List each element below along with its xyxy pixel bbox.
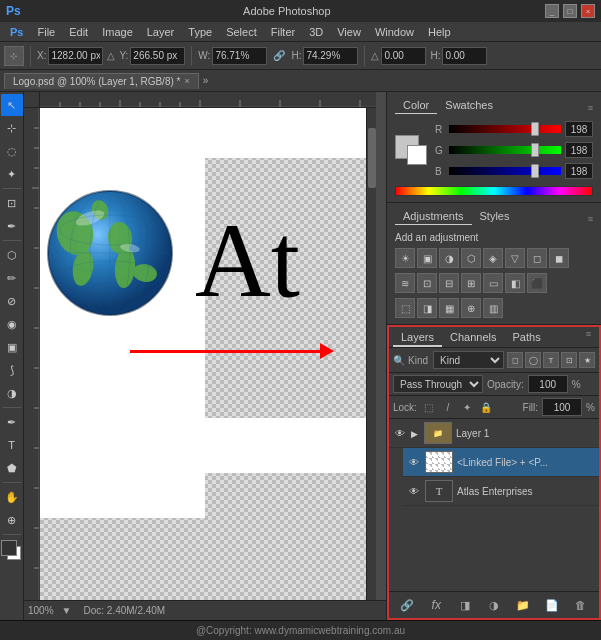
gradient-tool-button[interactable]: ⟆ xyxy=(1,359,23,381)
layer1-eye-icon[interactable]: 👁 xyxy=(393,426,407,440)
atlas-eye-icon[interactable]: 👁 xyxy=(407,484,421,498)
crop-tool-button[interactable]: ⊡ xyxy=(1,192,23,214)
layer1-triangle[interactable]: ▶ xyxy=(411,427,418,439)
menu-edit[interactable]: Edit xyxy=(63,24,94,40)
adjustment-button[interactable]: ◑ xyxy=(484,595,504,615)
adj-gradient-map-icon[interactable]: ▭ xyxy=(483,273,503,293)
close-button[interactable]: × xyxy=(581,4,595,18)
r-slider[interactable] xyxy=(449,125,561,133)
hskew-input[interactable] xyxy=(442,47,487,65)
styles-tab[interactable]: Styles xyxy=(472,208,518,225)
b-slider[interactable] xyxy=(449,167,561,175)
linked-eye-icon[interactable]: 👁 xyxy=(407,455,421,469)
adj-colorbal-icon[interactable]: ◻ xyxy=(527,248,547,268)
lasso-tool-button[interactable]: ◌ xyxy=(1,140,23,162)
layer-item-layer1[interactable]: 👁 ▶ 📁 Layer 1 xyxy=(389,419,599,448)
g-slider[interactable] xyxy=(449,146,561,154)
menu-type[interactable]: Type xyxy=(182,24,218,40)
adj-panel-arrow[interactable]: ≡ xyxy=(588,214,593,224)
color-spectrum-bar[interactable] xyxy=(395,186,593,196)
eyedropper-tool-button[interactable]: ✒ xyxy=(1,215,23,237)
menu-layer[interactable]: Layer xyxy=(141,24,181,40)
stamp-tool-button[interactable]: ⊘ xyxy=(1,290,23,312)
foreground-swatch[interactable] xyxy=(1,540,17,556)
swatches-tab[interactable]: Swatches xyxy=(437,97,501,114)
adj-icon11[interactable]: ▦ xyxy=(439,298,459,318)
r-value[interactable]: 198 xyxy=(565,121,593,137)
b-value[interactable]: 198 xyxy=(565,163,593,179)
new-layer-button[interactable]: 📄 xyxy=(542,595,562,615)
adj-icon13[interactable]: ▥ xyxy=(483,298,503,318)
type-tool-button[interactable]: T xyxy=(1,434,23,456)
adj-bw-icon[interactable]: ◼ xyxy=(549,248,569,268)
adj-vibrance-icon[interactable]: ▽ xyxy=(505,248,525,268)
menu-file[interactable]: File xyxy=(31,24,61,40)
adjustments-tab[interactable]: Adjustments xyxy=(395,208,472,225)
layer-item-linked[interactable]: 👁 <Linked File> + <P... xyxy=(403,448,599,477)
kind-select[interactable]: Kind xyxy=(433,351,504,369)
canvas-vscroll-thumb[interactable] xyxy=(368,128,376,188)
w-input[interactable] xyxy=(212,47,267,65)
adj-brightness-icon[interactable]: ☀ xyxy=(395,248,415,268)
color-tab[interactable]: Color xyxy=(395,97,437,114)
lock-all-icon[interactable]: 🔒 xyxy=(478,399,494,415)
blend-mode-select[interactable]: Pass Through Normal Multiply Screen Over… xyxy=(393,375,483,393)
menu-view[interactable]: View xyxy=(331,24,367,40)
pen-tool-button[interactable]: ✒ xyxy=(1,411,23,433)
layers-list[interactable]: 👁 ▶ 📁 Layer 1 👁 <Linked File> + <P.. xyxy=(389,419,599,591)
color-panel-arrow[interactable]: ≡ xyxy=(588,103,593,113)
adj-posterize-icon[interactable]: ⊟ xyxy=(439,273,459,293)
h-input[interactable] xyxy=(303,47,358,65)
menu-filter[interactable]: Filter xyxy=(265,24,301,40)
adj-icon12[interactable]: ⊕ xyxy=(461,298,481,318)
document-tab[interactable]: Logo.psd @ 100% (Layer 1, RGB/8) * × xyxy=(4,73,199,89)
document-canvas[interactable]: At xyxy=(40,108,376,610)
adj-channel-icon[interactable]: ≋ xyxy=(395,273,415,293)
maximize-button[interactable]: □ xyxy=(563,4,577,18)
adj-levels-icon[interactable]: ▣ xyxy=(417,248,437,268)
fg-bg-swatch[interactable] xyxy=(1,540,23,566)
hand-tool-button[interactable]: ✋ xyxy=(1,486,23,508)
g-slider-thumb[interactable] xyxy=(531,143,539,157)
minimize-button[interactable]: _ xyxy=(545,4,559,18)
tab-close-button[interactable]: × xyxy=(184,76,189,86)
adj-curves-icon[interactable]: ◑ xyxy=(439,248,459,268)
filter-pixel-icon[interactable]: ◻ xyxy=(507,352,523,368)
paths-tab[interactable]: Paths xyxy=(505,329,549,347)
fill-input[interactable] xyxy=(542,398,582,416)
adj-hue-icon[interactable]: ◈ xyxy=(483,248,503,268)
menu-ps[interactable]: Ps xyxy=(4,24,29,40)
x-input[interactable] xyxy=(48,47,103,65)
y-input[interactable] xyxy=(130,47,185,65)
move-tool-button[interactable]: ↖ xyxy=(1,94,23,116)
filter-smart-icon[interactable]: ★ xyxy=(579,352,595,368)
adj-icon9[interactable]: ⬚ xyxy=(395,298,415,318)
lock-paint-icon[interactable]: / xyxy=(440,399,456,415)
marquee-tool-button[interactable]: ⊹ xyxy=(1,117,23,139)
menu-3d[interactable]: 3D xyxy=(303,24,329,40)
heal-tool-button[interactable]: ⬡ xyxy=(1,244,23,266)
canvas-vscrollbar[interactable] xyxy=(366,108,376,610)
dodge-tool-button[interactable]: ◑ xyxy=(1,382,23,404)
b-slider-thumb[interactable] xyxy=(531,164,539,178)
filter-type-icon[interactable]: T xyxy=(543,352,559,368)
new-group-button[interactable]: 📁 xyxy=(513,595,533,615)
menu-window[interactable]: Window xyxy=(369,24,420,40)
filter-adj-icon[interactable]: ◯ xyxy=(525,352,541,368)
channels-tab[interactable]: Channels xyxy=(442,329,504,347)
adj-invert-icon[interactable]: ⬛ xyxy=(527,273,547,293)
angle-input[interactable] xyxy=(381,47,426,65)
fg-bg-color-swatch[interactable] xyxy=(395,135,431,169)
adj-exposure-icon[interactable]: ⬡ xyxy=(461,248,481,268)
canvas-area[interactable]: At 100% ▼ Doc: 2.40M/2.40M xyxy=(24,92,386,620)
delete-layer-button[interactable]: 🗑 xyxy=(570,595,590,615)
brush-tool-button[interactable]: ✏ xyxy=(1,267,23,289)
layer-item-atlas[interactable]: 👁 T Atlas Enterprises xyxy=(403,477,599,506)
menu-select[interactable]: Select xyxy=(220,24,263,40)
menu-image[interactable]: Image xyxy=(96,24,139,40)
layer-mask-button[interactable]: ◨ xyxy=(455,595,475,615)
bg-color-swatch[interactable] xyxy=(407,145,427,165)
adj-sel-color-icon[interactable]: ◧ xyxy=(505,273,525,293)
status-arrow[interactable]: ▼ xyxy=(62,605,72,616)
layer-effects-button[interactable]: fx xyxy=(426,595,446,615)
